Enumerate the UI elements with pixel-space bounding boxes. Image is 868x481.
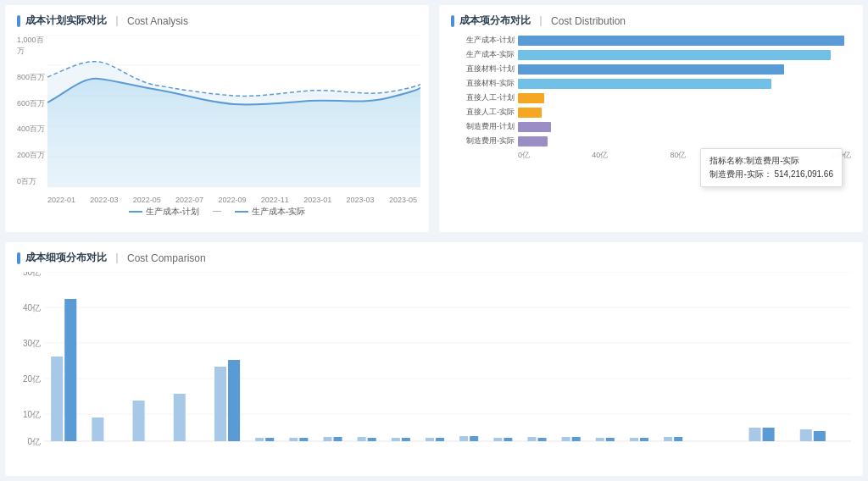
actual-line-legend [235, 211, 248, 213]
svg-rect-41 [640, 438, 648, 441]
bar-plan [214, 367, 226, 441]
svg-rect-28 [426, 438, 434, 441]
bar-row-1: 生产成本-计划 [451, 35, 851, 46]
svg-rect-25 [368, 438, 376, 441]
svg-rect-21 [299, 438, 308, 441]
bar-fill [518, 136, 548, 147]
svg-text:0亿: 0亿 [28, 437, 42, 446]
svg-text:40亿: 40亿 [23, 303, 41, 312]
bar-plan [133, 401, 145, 441]
svg-rect-33 [504, 438, 512, 441]
bottom-chart-area: 50亿 40亿 30亿 20亿 10亿 0亿 [17, 272, 851, 450]
svg-rect-39 [606, 438, 615, 441]
plan-line-legend [129, 211, 142, 213]
bar-row-7: 制造费用-计划 [451, 121, 851, 132]
cost-dist-title-en: Cost Distribution [551, 15, 626, 27]
plan-area [47, 62, 420, 187]
svg-text:20亿: 20亿 [23, 374, 41, 384]
bar-fill [518, 50, 831, 60]
svg-rect-40 [630, 438, 638, 441]
cost-comparison-panel: 成本细项分布对比 ｜ Cost Comparison 50亿 40亿 30亿 2… [5, 242, 863, 476]
cost-analysis-title: 成本计划实际对比 ｜ Cost Analysis [17, 14, 417, 28]
cost-comparison-title: 成本细项分布对比 ｜ Cost Comparison [17, 251, 851, 265]
cost-distribution-title: 成本项分布对比 ｜ Cost Distribution [451, 14, 851, 28]
svg-rect-44 [749, 428, 761, 441]
dashboard: 成本计划实际对比 ｜ Cost Analysis 1,000百万 800百万 6… [0, 0, 868, 481]
svg-rect-19 [265, 438, 274, 441]
svg-rect-46 [800, 429, 812, 441]
bar-row-8: 制造费用-实际 [451, 135, 851, 147]
svg-rect-29 [436, 438, 444, 441]
svg-rect-47 [814, 431, 826, 441]
bar-plan [174, 394, 186, 441]
x-axis-labels: 2022-01 2022-03 2022-05 2022-07 2022-09 … [47, 196, 417, 204]
line-chart-svg [47, 35, 420, 187]
bar-plan [92, 417, 103, 441]
svg-rect-37 [572, 437, 581, 441]
bar-row-3: 直接材料-计划 [451, 64, 851, 75]
cost-distribution-panel: 成本项分布对比 ｜ Cost Distribution 生产成本-计划 生产成本… [439, 5, 863, 232]
bar-row-2: 生产成本-实际 [451, 49, 851, 60]
tooltip-title: 指标名称:制造费用-实际 [709, 154, 833, 168]
chart-legend: 生产成本-计划 — 生产成本-实际 [17, 206, 417, 218]
cost-comp-title-cn: 成本细项分布对比 [25, 251, 107, 265]
legend-actual: 生产成本-实际 [235, 206, 305, 218]
svg-rect-30 [459, 436, 468, 441]
bar-fill [518, 36, 844, 46]
title-bar-icon [17, 15, 20, 27]
svg-rect-31 [470, 436, 478, 441]
bar-fill [518, 79, 771, 89]
svg-rect-22 [323, 437, 331, 441]
svg-rect-23 [334, 437, 342, 441]
dist-chart: 生产成本-计划 生产成本-实际 直接材料-计划 直接材料-实际 [451, 35, 851, 221]
cost-dist-title-cn: 成本项分布对比 [459, 14, 531, 28]
bar-fill [518, 64, 784, 75]
cost-analysis-title-cn: 成本计划实际对比 [25, 14, 107, 28]
svg-rect-34 [527, 437, 536, 441]
cost-comp-title-en: Cost Comparison [127, 252, 206, 264]
bar-row-5: 直接人工-计划 [451, 92, 851, 103]
bar-fill [518, 108, 542, 118]
y-axis-labels: 1,000百万 800百万 600百万 400百万 200百万 0百万 [17, 35, 47, 187]
svg-rect-45 [763, 428, 775, 441]
bar-row-4: 直接材料-实际 [451, 78, 851, 89]
tooltip-box: 指标名称:制造费用-实际 制造费用-实际： 514,216,091.66 [700, 148, 843, 187]
svg-rect-36 [562, 437, 570, 441]
svg-text:10亿: 10亿 [23, 410, 41, 419]
svg-rect-24 [358, 437, 366, 441]
bar-plan [51, 357, 63, 441]
svg-rect-38 [596, 438, 604, 441]
svg-text:30亿: 30亿 [23, 339, 41, 348]
svg-rect-32 [493, 438, 502, 441]
cost-analysis-title-en: Cost Analysis [127, 15, 188, 27]
separator3: ｜ [112, 251, 122, 265]
tooltip-value: 制造费用-实际： 514,216,091.66 [709, 168, 833, 181]
line-chart-area: 1,000百万 800百万 600百万 400百万 200百万 0百万 [17, 35, 417, 204]
svg-text:50亿: 50亿 [23, 272, 41, 277]
title-bar-icon2 [451, 15, 454, 27]
legend-plan: 生产成本-计划 [129, 206, 199, 218]
title-bar-icon3 [17, 252, 20, 264]
separator: ｜ [112, 14, 122, 28]
svg-rect-20 [289, 438, 298, 441]
svg-rect-43 [674, 437, 682, 441]
svg-rect-27 [402, 438, 410, 441]
svg-rect-35 [537, 438, 546, 441]
svg-rect-18 [255, 438, 264, 441]
bar-fill [518, 93, 544, 103]
bar-actual [64, 299, 76, 441]
svg-rect-42 [664, 437, 672, 441]
bar-fill [518, 122, 551, 132]
bar-row-6: 直接人工-实际 [451, 107, 851, 118]
bar-actual [228, 360, 240, 441]
bar-chart-svg: 50亿 40亿 30亿 20亿 10亿 0亿 [17, 272, 851, 450]
separator2: ｜ [536, 14, 546, 28]
cost-analysis-panel: 成本计划实际对比 ｜ Cost Analysis 1,000百万 800百万 6… [5, 5, 429, 232]
svg-rect-26 [392, 438, 400, 441]
